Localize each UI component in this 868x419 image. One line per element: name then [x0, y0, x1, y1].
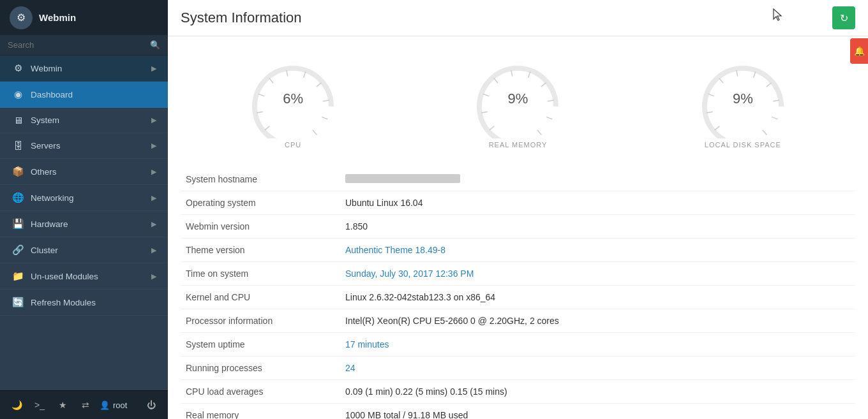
sidebar-item-servers[interactable]: 🗄 Servers ▶ — [0, 133, 168, 159]
svg-line-10 — [322, 117, 327, 119]
search-input[interactable] — [8, 40, 147, 50]
sidebar-item-networking[interactable]: 🌐 Networking ▶ — [0, 185, 168, 211]
others-icon: 📦 — [11, 166, 24, 177]
svg-line-34 — [772, 117, 777, 119]
table-row: Real memory 1000 MB total / 91.18 MB use… — [181, 404, 855, 420]
svg-line-2 — [265, 126, 270, 130]
theme-version-link[interactable]: Authentic Theme 18.49-8 — [345, 245, 445, 255]
webmin-icon: ⚙ — [11, 62, 24, 74]
local-disk-gauge-value: 9% — [733, 91, 753, 107]
chevron-right-icon: ▶ — [151, 246, 156, 254]
sidebar-item-label: Un-used Modules — [31, 272, 98, 281]
unused-modules-icon: 📁 — [11, 270, 24, 282]
row-value: 24 — [340, 357, 855, 380]
row-label: Running processes — [181, 357, 340, 380]
notification-bell[interactable]: 🔔 — [850, 38, 868, 64]
row-label: CPU load averages — [181, 380, 340, 404]
servers-icon: 🗄 — [11, 140, 24, 151]
cpu-gauge-value: 6% — [283, 91, 303, 107]
refresh-modules-icon: 🔄 — [11, 297, 24, 308]
sidebar-item-dashboard[interactable]: ◉ Dashboard — [0, 82, 168, 108]
chevron-right-icon: ▶ — [151, 194, 156, 202]
cpu-gauge-label: CPU — [285, 141, 301, 149]
table-row: System uptime 17 minutes — [181, 333, 855, 357]
chevron-right-icon: ▶ — [151, 142, 156, 150]
logout-button[interactable]: ⏻ — [142, 396, 160, 414]
row-value: Authentic Theme 18.49-8 — [340, 239, 855, 262]
row-label: Real memory — [181, 404, 340, 420]
svg-line-19 — [528, 71, 530, 77]
sidebar-item-webmin[interactable]: ⚙ Webmin ▶ — [0, 55, 168, 82]
svg-line-14 — [490, 126, 495, 130]
svg-line-28 — [708, 94, 714, 96]
row-value: 0.09 (1 min) 0.22 (5 mins) 0.15 (15 mins… — [340, 380, 855, 404]
refresh-button[interactable]: ↻ — [832, 6, 855, 29]
real-memory-gauge-svg: 9% — [467, 55, 569, 138]
sidebar-item-label: Servers — [31, 141, 61, 151]
favorites-button[interactable]: ★ — [54, 396, 71, 414]
sidebar-item-system[interactable]: 🖥 System ▶ — [0, 108, 168, 133]
terminal-button[interactable]: >_ — [31, 396, 49, 414]
svg-line-32 — [767, 83, 772, 87]
gauges-row: 6% CPU — [168, 36, 868, 161]
row-value: Ubuntu Linux 16.04 — [340, 191, 855, 215]
sidebar-item-label: Networking — [31, 193, 74, 203]
svg-line-5 — [269, 78, 273, 84]
sidebar-item-refresh-modules[interactable]: 🔄 Refresh Modules — [0, 290, 168, 316]
row-value: Sunday, July 30, 2017 12:36 PM — [340, 262, 855, 286]
time-on-system-link[interactable]: Sunday, July 30, 2017 12:36 PM — [345, 268, 474, 279]
system-uptime-link[interactable]: 17 minutes — [345, 339, 389, 349]
sidebar-header: ⚙ Webmin — [0, 0, 168, 35]
sidebar-item-label: Dashboard — [31, 90, 73, 99]
real-memory-gauge-label: REAL MEMORY — [489, 141, 548, 149]
main-content: System Information ↻ — [168, 0, 868, 419]
chevron-right-icon: ▶ — [151, 220, 156, 228]
real-memory-gauge: 9% REAL MEMORY — [454, 55, 581, 149]
svg-line-20 — [541, 83, 546, 87]
brand-icon: ⚙ — [10, 6, 33, 29]
row-value: 17 minutes — [340, 333, 855, 357]
local-disk-gauge-label: LOCAL DISK SPACE — [705, 141, 781, 149]
row-label: Kernel and CPU — [181, 286, 340, 309]
svg-line-4 — [258, 94, 264, 96]
table-row: Processor information Intel(R) Xeon(R) C… — [181, 309, 855, 333]
row-value: Linux 2.6.32-042stab123.3 on x86_64 — [340, 286, 855, 309]
row-label: Processor information — [181, 309, 340, 333]
table-row: CPU load averages 0.09 (1 min) 0.22 (5 m… — [181, 380, 855, 404]
table-row: Webmin version 1.850 — [181, 215, 855, 239]
cluster-icon: 🔗 — [11, 244, 24, 256]
sidebar-item-cluster[interactable]: 🔗 Cluster ▶ — [0, 237, 168, 263]
sidebar-bottom-bar: 🌙 >_ ★ ⇄ 👤 root ⏻ — [0, 390, 168, 419]
main-header: System Information ↻ — [168, 0, 868, 36]
page-title: System Information — [181, 10, 302, 26]
local-disk-gauge: 9% LOCAL DISK SPACE — [679, 55, 807, 149]
svg-line-26 — [714, 126, 719, 130]
table-row: Running processes 24 — [181, 357, 855, 380]
sidebar-item-unused-modules[interactable]: 📁 Un-used Modules ▶ — [0, 263, 168, 290]
svg-line-17 — [494, 78, 498, 84]
real-memory-gauge-value: 9% — [508, 91, 528, 107]
sidebar-item-others[interactable]: 📦 Others ▶ — [0, 159, 168, 185]
row-label: Time on system — [181, 262, 340, 286]
dashboard-icon: ◉ — [11, 89, 24, 100]
running-processes-link[interactable]: 24 — [345, 363, 355, 373]
share-button[interactable]: ⇄ — [77, 396, 94, 414]
svg-line-11 — [313, 130, 317, 135]
row-value: 1.850 — [340, 215, 855, 239]
sidebar-item-label: System — [31, 115, 59, 125]
svg-line-22 — [547, 117, 553, 119]
sidebar-item-hardware[interactable]: 💾 Hardware ▶ — [0, 211, 168, 237]
row-value: 1000 MB total / 91.18 MB used — [340, 404, 855, 420]
user-menu[interactable]: 👤 root — [100, 401, 127, 410]
chevron-right-icon: ▶ — [151, 168, 156, 176]
sidebar-item-label: Webmin — [31, 64, 62, 73]
sidebar-item-label: Cluster — [31, 246, 58, 255]
theme-toggle-button[interactable]: 🌙 — [8, 396, 26, 414]
row-label: Webmin version — [181, 215, 340, 239]
svg-line-29 — [719, 78, 723, 84]
table-row: System hostname — [181, 168, 855, 191]
svg-line-31 — [753, 71, 755, 77]
sidebar-item-label: Refresh Modules — [31, 298, 96, 307]
hardware-icon: 💾 — [11, 218, 24, 230]
row-label: System uptime — [181, 333, 340, 357]
